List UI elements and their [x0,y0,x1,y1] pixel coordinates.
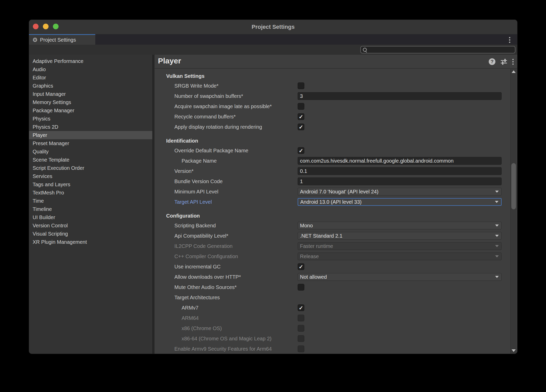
apply-display-rotation-during-rendering-checkbox[interactable]: ✓ [298,124,304,130]
checkmark-icon: ✓ [299,124,303,130]
x86-64-chrome-os-and-magic-leap-2-checkbox: ✓ [298,335,304,342]
srgb-write-mode-checkbox[interactable]: ✓ [298,82,304,89]
header-menu-icon[interactable] [512,59,514,65]
sidebar-item-time[interactable]: Time [29,197,152,205]
sidebar: Adaptive PerformanceAudioEditorGraphicsI… [29,55,152,354]
sidebar-item-xr-plugin-management[interactable]: XR Plugin Management [29,238,152,246]
search-input[interactable] [360,46,515,53]
checkmark-icon: ✓ [299,305,303,311]
help-icon[interactable]: ? [489,58,495,65]
override-default-package-name-checkbox[interactable]: ✓ [298,147,304,154]
sidebar-item-editor[interactable]: Editor [29,73,152,82]
sidebar-item-script-execution-order[interactable]: Script Execution Order [29,164,152,172]
dropdown-arrow-icon [495,225,499,227]
settings-row-mute-other-audio-sources: Mute Other Audio Sources*✓ [154,282,511,292]
row-label-override-default-package-name: Override Default Package Name [154,148,248,154]
armv7-checkbox[interactable]: ✓ [298,304,304,311]
tab-label: Project Settings [40,37,76,43]
settings-row-arm64: ARM64✓ [154,313,511,323]
dropdown-value: Release [300,254,495,259]
row-label-enable-armv9-security-features-for-arm64: Enable Armv9 Security Features for Arm64 [154,346,272,352]
sidebar-item-services[interactable]: Services [29,172,152,180]
sidebar-item-graphics[interactable]: Graphics [29,82,152,90]
settings-scroll-area: Vulkan SettingsSRGB Write Mode*✓Number o… [154,69,517,354]
dropdown-arrow-icon [495,191,499,193]
sidebar-item-version-control[interactable]: Version Control [29,221,152,230]
vertical-scrollbar[interactable] [510,69,517,354]
minimum-api-level-dropdown[interactable]: Android 7.0 'Nougat' (API level 24) [298,188,502,195]
target-api-level-dropdown[interactable]: Android 13.0 (API level 33) [298,198,502,206]
dropdown-arrow-icon [495,276,499,278]
enable-armv9-security-features-for-arm64-checkbox: ✓ [298,346,304,352]
sidebar-item-input-manager[interactable]: Input Manager [29,90,152,98]
tab-project-settings[interactable]: ⚙ Project Settings [29,34,95,45]
use-incremental-gc-checkbox[interactable]: ✓ [298,263,304,270]
sidebar-item-timeline[interactable]: Timeline [29,205,152,213]
bundle-version-code-field[interactable]: 1 [298,178,502,185]
acquire-swapchain-image-late-as-possible-checkbox[interactable]: ✓ [298,103,304,110]
row-label-allow-downloads-over-http: Allow downloads over HTTP* [154,274,241,280]
dropdown-value: Faster runtime [300,243,495,249]
settings-row-c-compiler-configuration: C++ Compiler ConfigurationRelease [154,251,511,262]
row-label-target-architectures: Target Architectures [154,295,220,301]
sidebar-item-physics-2d[interactable]: Physics 2D [29,123,152,131]
sidebar-item-adaptive-performance[interactable]: Adaptive Performance [29,57,152,65]
api-compatibility-level-dropdown[interactable]: .NET Standard 2.1 [298,232,502,240]
row-label-target-api-level: Target API Level [154,199,212,205]
version-field[interactable]: 0.1 [298,167,502,175]
settings-row-srgb-write-mode: SRGB Write Mode*✓ [154,81,511,91]
number-of-swapchain-buffers-field[interactable]: 3 [298,92,502,100]
row-label-mute-other-audio-sources: Mute Other Audio Sources* [154,284,237,290]
sidebar-item-tags-and-layers[interactable]: Tags and Layers [29,180,152,189]
package-name-field[interactable]: com.com2us.hivesdk.normal.freefull.googl… [298,157,502,165]
settings-row-x86-64-chrome-os-and-magic-leap-2: x86-64 (Chrome OS and Magic Leap 2)✓ [154,333,511,344]
recycle-command-buffers-checkbox[interactable]: ✓ [298,113,304,120]
screen-background: Project Settings ⚙ Project Settings Adap… [0,0,546,392]
search-icon [363,48,367,52]
mute-other-audio-sources-checkbox[interactable]: ✓ [298,284,304,291]
settings-row-package-name: Package Namecom.com2us.hivesdk.normal.fr… [154,156,511,166]
sidebar-item-preset-manager[interactable]: Preset Manager [29,139,152,147]
window-title: Project Settings [29,20,517,34]
settings-content: Vulkan SettingsSRGB Write Mode*✓Number o… [154,69,511,354]
settings-row-version: Version*0.1 [154,166,511,176]
row-label-il2cpp-code-generation: IL2CPP Code Generation [154,243,232,249]
settings-row-minimum-api-level: Minimum API LevelAndroid 7.0 'Nougat' (A… [154,186,511,197]
sidebar-item-audio[interactable]: Audio [29,65,152,73]
presets-icon[interactable] [500,58,507,65]
sidebar-item-textmesh-pro[interactable]: TextMesh Pro [29,189,152,197]
dropdown-value: Mono [300,223,495,229]
row-label-srgb-write-mode: SRGB Write Mode* [154,83,219,89]
settings-row-il2cpp-code-generation: IL2CPP Code GenerationFaster runtime [154,241,511,251]
scrollbar-thumb[interactable] [511,163,516,209]
section-header-identification: Identification [154,136,511,145]
dropdown-value: Android 7.0 'Nougat' (API level 24) [300,189,495,195]
row-label-scripting-backend: Scripting Backend [154,223,216,229]
tab-bar-menu-icon[interactable] [509,37,510,43]
field-value: 0.1 [300,168,307,174]
settings-row-api-compatibility-level: Api Compatibility Level*.NET Standard 2.… [154,231,511,241]
panel-splitter[interactable] [152,55,154,354]
sidebar-item-visual-scripting[interactable]: Visual Scripting [29,230,152,238]
field-value: 3 [300,93,303,99]
settings-row-armv7: ARMv7✓ [154,303,511,313]
tab-bar: ⚙ Project Settings [29,34,517,45]
scroll-down-arrow-icon[interactable] [512,349,516,352]
settings-row-target-architectures: Target Architectures [154,292,511,303]
allow-downloads-over-http-dropdown[interactable]: Not allowed [298,273,502,281]
settings-row-allow-downloads-over-http: Allow downloads over HTTP*Not allowed [154,272,511,282]
sidebar-item-package-manager[interactable]: Package Manager [29,106,152,115]
dropdown-arrow-icon [495,235,499,237]
scroll-up-arrow-icon[interactable] [512,70,516,73]
sidebar-item-memory-settings[interactable]: Memory Settings [29,98,152,106]
sidebar-item-ui-builder[interactable]: UI Builder [29,213,152,221]
project-settings-window: Project Settings ⚙ Project Settings Adap… [29,20,517,354]
row-label-package-name: Package Name [154,158,217,164]
sidebar-item-quality[interactable]: Quality [29,147,152,156]
sidebar-item-physics[interactable]: Physics [29,115,152,123]
dropdown-value: Not allowed [300,274,495,280]
scripting-backend-dropdown[interactable]: Mono [298,222,502,229]
sidebar-item-scene-template[interactable]: Scene Template [29,156,152,164]
titlebar[interactable]: Project Settings [29,20,517,34]
sidebar-item-player[interactable]: Player [29,131,152,139]
